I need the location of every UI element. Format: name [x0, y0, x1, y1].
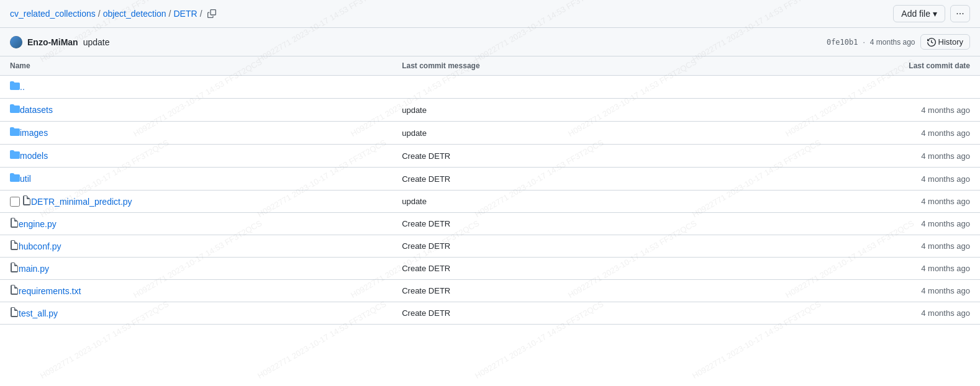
commit-date-cell: 4 months ago	[784, 168, 980, 191]
file-icon	[22, 195, 31, 207]
top-actions: Add file ▾ ···	[893, 5, 970, 22]
file-name-inner: DETR_minimal_predict.py	[10, 195, 382, 207]
table-row: hubconf.pyCreate DETR4 months ago	[0, 235, 980, 258]
commit-author-name[interactable]: Enzo-MiMan	[27, 37, 78, 47]
history-icon	[927, 38, 936, 47]
breadcrumb-subdir1-link[interactable]: object_detection	[103, 9, 166, 19]
commit-meta: 0fe10b1 · 4 months ago History	[827, 34, 970, 50]
row-checkbox[interactable]	[10, 197, 20, 207]
top-bar: cv_related_collections / object_detectio…	[0, 0, 980, 28]
table-row: imagesupdate4 months ago	[0, 122, 980, 145]
file-name-link[interactable]: datasets	[20, 105, 53, 115]
commit-date-cell: 4 months ago	[784, 258, 980, 280]
file-name-link[interactable]: models	[20, 151, 48, 161]
commit-hash[interactable]: 0fe10b1	[827, 38, 858, 47]
file-name-inner: ..	[10, 81, 382, 93]
commit-date-cell: 4 months ago	[784, 302, 980, 325]
file-name-cell: util	[0, 168, 392, 191]
table-row: modelsCreate DETR4 months ago	[0, 145, 980, 168]
file-name-link[interactable]: images	[20, 128, 48, 138]
table-row: utilCreate DETR4 months ago	[0, 168, 980, 191]
file-name-inner: datasets	[10, 104, 382, 116]
folder-icon	[10, 150, 20, 162]
commit-time: 4 months ago	[870, 38, 915, 47]
more-options-button[interactable]: ···	[950, 5, 970, 22]
commit-msg-cell: Create DETR	[392, 302, 784, 325]
commit-msg-cell: Create DETR	[392, 235, 784, 258]
history-button[interactable]: History	[920, 34, 970, 50]
commit-separator: ·	[863, 38, 864, 47]
add-file-chevron-icon: ▾	[933, 9, 937, 19]
file-icon	[10, 218, 19, 230]
folder-icon	[10, 173, 20, 185]
file-name-link[interactable]: requirements.txt	[19, 286, 81, 296]
commit-message: update	[83, 37, 110, 47]
commit-msg-cell: Create DETR	[392, 258, 784, 280]
table-row: DETR_minimal_predict.pyupdate4 months ag…	[0, 191, 980, 213]
commit-date-cell: 4 months ago	[784, 235, 980, 258]
commit-date-cell: 4 months ago	[784, 145, 980, 168]
table-row: engine.pyCreate DETR4 months ago	[0, 213, 980, 235]
file-icon	[10, 285, 19, 297]
file-name-inner: models	[10, 150, 382, 162]
file-name-link[interactable]: DETR_minimal_predict.py	[31, 197, 132, 207]
file-name-inner: engine.py	[10, 218, 382, 230]
breadcrumb-trailing-slash: /	[200, 9, 202, 19]
folder-icon	[10, 127, 20, 139]
file-name-cell: test_all.py	[0, 302, 392, 325]
file-name-inner: requirements.txt	[10, 285, 382, 297]
file-name-link[interactable]: ..	[20, 82, 25, 92]
file-name-link[interactable]: util	[20, 174, 31, 184]
folder-icon	[10, 104, 20, 116]
table-row: requirements.txtCreate DETR4 months ago	[0, 280, 980, 302]
file-name-inner: test_all.py	[10, 307, 382, 319]
col-header-commit-msg: Last commit message	[392, 56, 784, 76]
commit-msg-cell: Create DETR	[392, 213, 784, 235]
file-name-cell: models	[0, 145, 392, 168]
commit-date-cell: 4 months ago	[784, 191, 980, 213]
commit-msg-cell: update	[392, 99, 784, 122]
file-name-inner: util	[10, 173, 382, 185]
avatar	[10, 36, 22, 48]
commit-date-cell: 4 months ago	[784, 122, 980, 145]
folder-icon	[10, 81, 20, 93]
file-icon	[10, 307, 19, 319]
file-name-link[interactable]: main.py	[19, 264, 49, 274]
file-name-cell: hubconf.py	[0, 235, 392, 258]
file-name-cell: datasets	[0, 99, 392, 122]
file-icon	[10, 240, 19, 252]
file-name-cell: ..	[0, 76, 392, 99]
file-table: Name Last commit message Last commit dat…	[0, 56, 980, 325]
commit-date-cell: 4 months ago	[784, 280, 980, 302]
col-header-name: Name	[0, 56, 392, 76]
commit-msg-cell: Create DETR	[392, 145, 784, 168]
file-icon	[10, 263, 19, 274]
file-name-link[interactable]: engine.py	[19, 219, 57, 229]
breadcrumb-repo-link[interactable]: cv_related_collections	[10, 9, 96, 19]
commit-msg-cell: update	[392, 191, 784, 213]
table-row: datasetsupdate4 months ago	[0, 99, 980, 122]
table-row: ..	[0, 76, 980, 99]
file-name-inner: hubconf.py	[10, 240, 382, 252]
file-name-link[interactable]: test_all.py	[19, 308, 58, 318]
breadcrumb-subdir2-link[interactable]: DETR	[174, 9, 197, 19]
file-name-inner: main.py	[10, 263, 382, 274]
table-header-row: Name Last commit message Last commit dat…	[0, 56, 980, 76]
commit-author-section: Enzo-MiMan update	[10, 36, 109, 48]
breadcrumb-sep-1: /	[98, 9, 101, 19]
copy-path-icon[interactable]	[207, 9, 216, 18]
file-name-cell: DETR_minimal_predict.py	[0, 191, 392, 213]
commit-msg-cell	[392, 76, 784, 99]
file-name-cell: main.py	[0, 258, 392, 280]
table-row: test_all.pyCreate DETR4 months ago	[0, 302, 980, 325]
file-name-link[interactable]: hubconf.py	[19, 241, 61, 251]
file-name-cell: images	[0, 122, 392, 145]
add-file-button[interactable]: Add file ▾	[893, 5, 945, 22]
history-label: History	[938, 37, 963, 47]
table-row: main.pyCreate DETR4 months ago	[0, 258, 980, 280]
file-name-cell: engine.py	[0, 213, 392, 235]
breadcrumb-sep-2: /	[169, 9, 171, 19]
add-file-label: Add file	[901, 9, 930, 19]
col-header-commit-date: Last commit date	[784, 56, 980, 76]
breadcrumb: cv_related_collections / object_detectio…	[10, 9, 216, 19]
